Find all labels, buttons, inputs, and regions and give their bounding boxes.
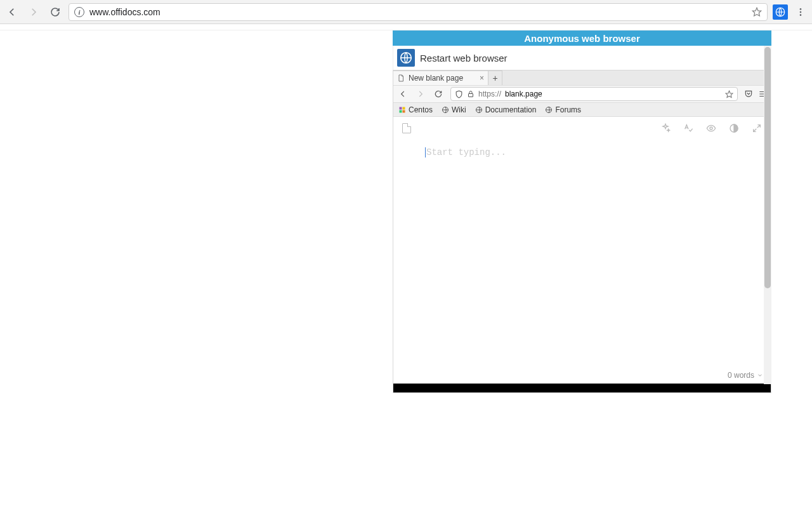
page-body: Anonymous web browser Restart web browse… xyxy=(0,30,812,508)
bookmark-star-icon[interactable] xyxy=(752,7,762,17)
svg-rect-9 xyxy=(403,107,405,109)
shield-icon xyxy=(455,90,463,98)
inner-tab-label: New blank page xyxy=(409,74,463,83)
document-icon[interactable] xyxy=(402,123,411,133)
bookmark-documentation[interactable]: Documentation xyxy=(475,105,537,114)
anon-header: Restart web browser xyxy=(393,46,771,70)
fullscreen-icon[interactable] xyxy=(752,123,762,133)
text-cursor xyxy=(425,147,426,157)
inner-reload-button[interactable] xyxy=(433,88,444,100)
back-button[interactable] xyxy=(4,4,20,20)
anon-title-bar: Anonymous web browser xyxy=(393,30,771,46)
centos-icon xyxy=(398,106,406,114)
inner-tabstrip: New blank page × + xyxy=(393,70,771,85)
globe-icon xyxy=(475,106,483,114)
eye-icon[interactable] xyxy=(706,123,716,133)
bookmark-wiki[interactable]: Wiki xyxy=(442,105,466,114)
chrome-divider xyxy=(0,24,812,30)
editor-placeholder: Start typing... xyxy=(426,147,506,157)
chrome-toolbar: i www.offidocs.com xyxy=(0,0,812,24)
extension-globe-icon[interactable] xyxy=(773,4,788,20)
inner-toolbar: https://blank.page xyxy=(393,85,771,103)
lock-icon xyxy=(467,90,475,98)
anon-title-text: Anonymous web browser xyxy=(524,33,640,44)
spellcheck-icon[interactable] xyxy=(683,123,693,133)
chrome-menu-icon[interactable] xyxy=(793,4,808,20)
restart-browser-link[interactable]: Restart web browser xyxy=(420,53,508,64)
svg-point-2 xyxy=(800,8,802,10)
anon-scrollbar-thumb[interactable] xyxy=(764,47,771,288)
site-info-icon[interactable]: i xyxy=(74,7,84,17)
inner-back-button[interactable] xyxy=(397,88,409,100)
bookmark-label: Documentation xyxy=(485,105,537,114)
contrast-icon[interactable] xyxy=(729,123,739,133)
url-host: blank.page xyxy=(505,90,542,98)
globe-icon xyxy=(545,106,553,114)
editor-topbar xyxy=(393,117,771,140)
svg-point-15 xyxy=(710,127,712,130)
bookmark-label: Forums xyxy=(555,105,581,114)
bookmark-forums[interactable]: Forums xyxy=(545,105,581,114)
bookmark-label: Wiki xyxy=(452,105,466,114)
svg-point-4 xyxy=(800,14,802,16)
inner-bookmark-star-icon[interactable] xyxy=(725,90,733,98)
inner-address-bar[interactable]: https://blank.page xyxy=(450,87,738,101)
svg-point-3 xyxy=(800,11,802,13)
word-count[interactable]: 0 words xyxy=(728,371,763,380)
globe-icon xyxy=(442,106,449,114)
inner-page-content: Start typing... 0 words xyxy=(393,117,771,384)
svg-marker-7 xyxy=(726,91,733,97)
svg-rect-11 xyxy=(403,110,405,112)
editor-textarea[interactable]: Start typing... xyxy=(425,147,758,157)
chevron-down-icon xyxy=(757,372,763,378)
anonymous-browser-widget: Anonymous web browser Restart web browse… xyxy=(393,30,771,393)
anon-globe-icon[interactable] xyxy=(397,49,415,67)
bookmarks-bar: Centos Wiki Documentation Forums xyxy=(393,103,771,117)
url-protocol: https:// xyxy=(478,90,501,98)
tab-close-icon[interactable]: × xyxy=(480,74,484,83)
document-icon xyxy=(397,74,405,83)
sparkle-icon[interactable] xyxy=(660,123,671,133)
bookmark-label: Centos xyxy=(409,105,433,114)
svg-rect-6 xyxy=(469,94,473,97)
word-count-text: 0 words xyxy=(728,371,754,380)
inner-tab[interactable]: New blank page × xyxy=(393,70,488,85)
svg-rect-8 xyxy=(400,107,402,109)
bookmark-centos[interactable]: Centos xyxy=(398,105,433,114)
pocket-icon[interactable] xyxy=(744,90,753,98)
anon-scrollbar[interactable] xyxy=(764,46,771,384)
inner-browser: New blank page × + https://bla xyxy=(393,70,771,393)
inner-forward-button[interactable] xyxy=(415,88,426,100)
svg-marker-0 xyxy=(752,8,761,16)
reload-button[interactable] xyxy=(47,4,63,20)
new-tab-button[interactable]: + xyxy=(488,70,502,85)
svg-rect-10 xyxy=(400,110,402,112)
forward-button[interactable] xyxy=(25,4,42,20)
address-bar[interactable]: i www.offidocs.com xyxy=(69,3,768,21)
url-text: www.offidocs.com xyxy=(89,7,747,17)
inner-footer-bar xyxy=(393,384,771,392)
